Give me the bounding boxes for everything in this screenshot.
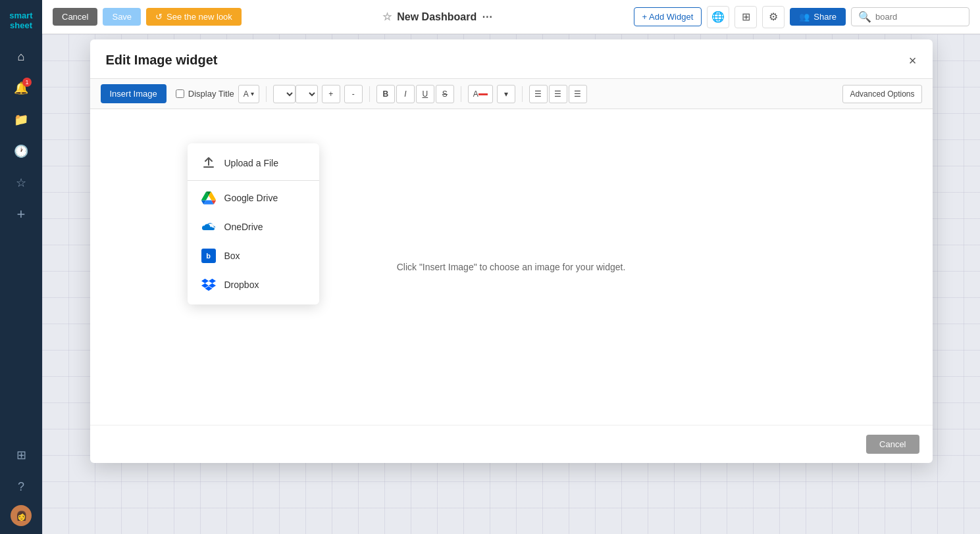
box-label: Box	[224, 251, 240, 261]
toolbar-separator-2	[369, 86, 370, 102]
share-icon: 👥	[799, 12, 810, 22]
font-color-indicator	[478, 93, 488, 95]
display-title-checkbox[interactable]	[176, 89, 184, 98]
font-color-button[interactable]: A	[468, 85, 493, 103]
dropdown-item-box[interactable]: b Box	[188, 241, 319, 270]
font-color-dropdown-button[interactable]: ▾	[497, 85, 515, 103]
share-button[interactable]: 👥 Share	[790, 8, 846, 26]
align-right-button[interactable]: ☰	[569, 85, 587, 103]
globe-icon[interactable]: 🌐	[707, 6, 729, 28]
modal-title: Edit Image widget	[106, 53, 218, 68]
font-family-group	[273, 85, 318, 103]
dropdown-item-upload[interactable]: Upload a File	[188, 149, 319, 178]
more-options-icon[interactable]: ⋯	[482, 11, 492, 23]
placeholder-text: Click "Insert Image" to choose an image …	[397, 262, 626, 272]
new-look-button[interactable]: ↺ See the new look	[146, 8, 242, 26]
toolbar-separator-4	[522, 86, 523, 102]
sidebar-item-recents[interactable]: 🕐	[8, 138, 34, 164]
dropdown-divider	[188, 180, 319, 181]
filter-icon[interactable]: ⊞	[735, 6, 757, 28]
sidebar-item-home[interactable]: ⌂	[8, 43, 34, 70]
font-family-select[interactable]	[273, 85, 296, 103]
format-buttons: B I U S	[376, 85, 454, 103]
onedrive-icon	[201, 219, 217, 235]
dropdown-item-onedrive[interactable]: OneDrive	[188, 212, 319, 241]
cancel-button[interactable]: Cancel	[53, 8, 97, 26]
favorite-icon[interactable]: ☆	[382, 11, 392, 23]
gdrive-icon	[201, 190, 217, 206]
dashboard-area: Edit Image widget × Insert Image Display…	[42, 34, 980, 534]
main-content: Cancel Save ↺ See the new look ☆ New Das…	[42, 0, 980, 534]
color-dropdown-arrow: ▾	[251, 90, 254, 97]
insert-image-dropdown: Upload a File	[188, 143, 319, 304]
box-icon: b	[201, 248, 217, 264]
modal-footer: Cancel	[90, 425, 933, 463]
toolbar-separator-1	[266, 86, 267, 102]
sidebar-item-apps[interactable]: ⊞	[8, 442, 34, 468]
modal-overlay: Edit Image widget × Insert Image Display…	[42, 34, 980, 534]
footer-cancel-button[interactable]: Cancel	[866, 435, 919, 454]
advanced-options-button[interactable]: Advanced Options	[842, 85, 921, 103]
dropbox-icon	[201, 277, 217, 293]
insert-image-button[interactable]: Insert Image	[101, 84, 167, 103]
upload-icon	[201, 155, 217, 171]
dropdown-item-gdrive[interactable]: Google Drive	[188, 183, 319, 212]
font-size-decrease-button[interactable]: -	[344, 85, 363, 103]
sidebar-item-help[interactable]: ?	[8, 473, 34, 500]
search-icon: 🔍	[858, 11, 871, 23]
search-box[interactable]: 🔍	[851, 7, 969, 26]
align-center-button[interactable]: ☰	[549, 85, 567, 103]
app-logo: smartsheet	[7, 8, 35, 33]
topbar: Cancel Save ↺ See the new look ☆ New Das…	[42, 0, 980, 34]
font-color-letter: A	[473, 89, 478, 99]
sidebar-item-favorites[interactable]: ☆	[8, 170, 34, 196]
alignment-buttons: ☰ ☰ ☰	[529, 85, 587, 103]
sidebar-item-browse[interactable]: 📁	[8, 107, 34, 133]
strikethrough-button[interactable]: S	[436, 85, 454, 103]
svg-rect-0	[203, 166, 214, 168]
modal-body: Click "Insert Image" to choose an image …	[90, 109, 933, 425]
italic-button[interactable]: I	[396, 85, 415, 103]
editor-toolbar: Insert Image Display Title A ▾	[90, 79, 933, 109]
sidebar: smartsheet ⌂ 🔔 1 📁 🕐 ☆ + ⊞ ? 👩	[0, 0, 42, 534]
color-picker-button[interactable]: A ▾	[238, 85, 259, 103]
dashboard-title-area: ☆ New Dashboard ⋯	[247, 11, 629, 23]
settings-icon[interactable]: ⚙	[762, 6, 785, 28]
onedrive-label: OneDrive	[224, 222, 263, 232]
notification-badge: 1	[22, 78, 32, 87]
display-title-group: Display Title	[176, 89, 234, 99]
align-left-button[interactable]: ☰	[529, 85, 548, 103]
save-button[interactable]: Save	[103, 8, 141, 26]
toolbar-separator-3	[461, 86, 461, 102]
search-input[interactable]	[875, 12, 954, 22]
logo-text: smartsheet	[9, 11, 32, 30]
bold-button[interactable]: B	[376, 85, 395, 103]
color-swatch-icon: A	[244, 89, 249, 99]
gdrive-label: Google Drive	[224, 193, 278, 203]
display-title-label: Display Title	[188, 89, 234, 99]
font-size-select[interactable]	[296, 85, 318, 103]
upload-label: Upload a File	[224, 158, 279, 168]
new-look-icon: ↺	[155, 12, 163, 22]
avatar[interactable]: 👩	[11, 505, 32, 526]
underline-button[interactable]: U	[416, 85, 434, 103]
add-widget-button[interactable]: + Add Widget	[634, 7, 702, 26]
topbar-right: + Add Widget 🌐 ⊞ ⚙ 👥 Share 🔍	[634, 6, 969, 28]
dropbox-label: Dropbox	[224, 279, 259, 290]
dropdown-item-dropbox[interactable]: Dropbox	[188, 270, 319, 299]
modal-header: Edit Image widget ×	[90, 39, 933, 79]
sidebar-item-add[interactable]: +	[8, 201, 34, 228]
sidebar-item-notifications[interactable]: 🔔 1	[8, 75, 34, 101]
modal-close-button[interactable]: ×	[909, 54, 917, 67]
edit-image-widget-modal: Edit Image widget × Insert Image Display…	[90, 39, 933, 463]
dashboard-title: New Dashboard	[397, 11, 477, 23]
font-size-increase-button[interactable]: +	[322, 85, 340, 103]
